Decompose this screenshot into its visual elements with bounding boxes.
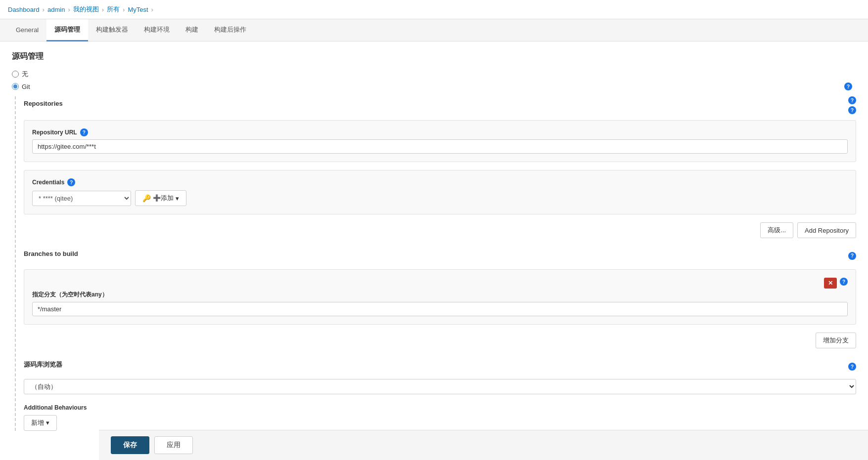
add-repository-button[interactable]: Add Repository [797,222,856,238]
new-btn-arrow: ▾ [46,419,49,426]
radio-git[interactable] [12,83,19,90]
radio-none-label: 无 [22,70,28,79]
breadcrumb-sep-2: › [68,6,70,13]
add-btn-label: ➕添加 [153,194,174,203]
tab-build-triggers[interactable]: 构建触发器 [88,19,136,42]
save-button[interactable]: 保存 [111,436,149,454]
branches-to-build-label: Branches to build [24,250,78,257]
source-browser-help-icon[interactable]: ? [848,363,856,371]
tab-build-env[interactable]: 构建环境 [136,19,178,42]
credentials-help-icon[interactable]: ? [67,178,75,186]
main-content: 源码管理 无 Git ? Repositories ? ? Repository… [0,42,868,460]
branch-input[interactable] [32,302,848,316]
radio-none[interactable] [12,71,19,78]
branches-help-icon[interactable]: ? [848,252,856,260]
breadcrumb-dashboard[interactable]: Dashboard [8,6,40,13]
new-button[interactable]: 新增 ▾ [24,415,57,431]
add-credentials-button[interactable]: 🔑 ➕添加 ▾ [135,190,186,206]
credentials-select[interactable]: * **** (qitee) [32,191,131,206]
advanced-button[interactable]: 高级... [760,222,793,238]
breadcrumb-sep-1: › [43,6,45,13]
branch-specifier-group: ✕ ? 指定分支（为空时代表any） [24,269,856,325]
bottom-bar: 保存 应用 [99,430,868,460]
credentials-group: Credentials ? * **** (qitee) 🔑 ➕添加 ▾ [24,170,856,214]
branches-section: Branches to build ? ✕ ? 指定分支（为空时代表any） 增… [24,248,856,348]
branch-specifier-label: 指定分支（为空时代表any） [32,291,848,299]
scm-radio-group: 无 Git ? [12,70,856,90]
new-btn-label: 新增 [31,419,44,426]
breadcrumb-sep-3: › [102,6,104,13]
source-browser-select[interactable]: （自动） [24,379,856,394]
tab-scm[interactable]: 源码管理 [46,19,88,42]
add-branch-row: 增加分支 [24,333,856,348]
breadcrumb-sep-4: › [123,6,125,13]
repository-url-input[interactable] [32,139,848,154]
repository-url-group: Repository URL ? [24,120,856,162]
branch-specifier-help-icon[interactable]: ? [840,278,848,286]
tab-bar: General 源码管理 构建触发器 构建环境 构建 构建后操作 [0,19,868,42]
additional-behaviours-text: Additional Behaviours [24,404,87,411]
page-title: 源码管理 [12,51,856,62]
radio-none-option[interactable]: 无 [12,70,856,79]
repositories-help-icon-1[interactable]: ? [848,96,856,104]
credentials-label-row: Credentials ? [32,178,848,186]
branch-specifier-text: 指定分支（为空时代表any） [32,291,108,299]
repository-url-label: Repository URL [32,129,77,136]
radio-git-label: Git [22,83,30,90]
radio-git-option[interactable]: Git ? [12,83,856,90]
breadcrumb-all[interactable]: 所有 [107,5,120,14]
apply-button[interactable]: 应用 [154,436,193,454]
repositories-help-icon-2[interactable]: ? [848,106,856,114]
tab-post-build[interactable]: 构建后操作 [206,19,254,42]
breadcrumb-sep-5: › [151,6,153,13]
credential-row: * **** (qitee) 🔑 ➕添加 ▾ [32,190,848,206]
source-browser-section: 源码库浏览器 ? （自动） [24,358,856,394]
breadcrumb-myview[interactable]: 我的视图 [73,5,99,14]
repositories-label: Repositories [24,100,63,107]
git-section: Repositories ? ? Repository URL ? Creden… [15,96,856,431]
repository-url-label-row: Repository URL ? [32,128,848,136]
add-dropdown-arrow: ▾ [176,195,179,202]
additional-behaviours-section: Additional Behaviours 新增 ▾ [24,404,856,431]
add-branch-button[interactable]: 增加分支 [816,333,856,348]
delete-branch-button[interactable]: ✕ [824,278,837,289]
breadcrumb-admin[interactable]: admin [47,6,65,13]
tab-build[interactable]: 构建 [178,19,206,42]
key-icon: 🔑 [142,194,151,202]
breadcrumb: Dashboard › admin › 我的视图 › 所有 › MyTest › [0,0,868,19]
breadcrumb-mytest[interactable]: MyTest [128,6,148,13]
repository-url-help-icon[interactable]: ? [80,128,88,136]
source-browser-label: 源码库浏览器 [24,360,62,369]
advanced-addrepo-row: 高级... Add Repository [24,222,856,238]
credentials-label: Credentials [32,179,64,186]
additional-behaviours-label: Additional Behaviours [24,404,856,411]
tab-general[interactable]: General [8,20,46,41]
git-help-icon[interactable]: ? [844,83,852,90]
new-btn-row: 新增 ▾ [24,415,856,431]
